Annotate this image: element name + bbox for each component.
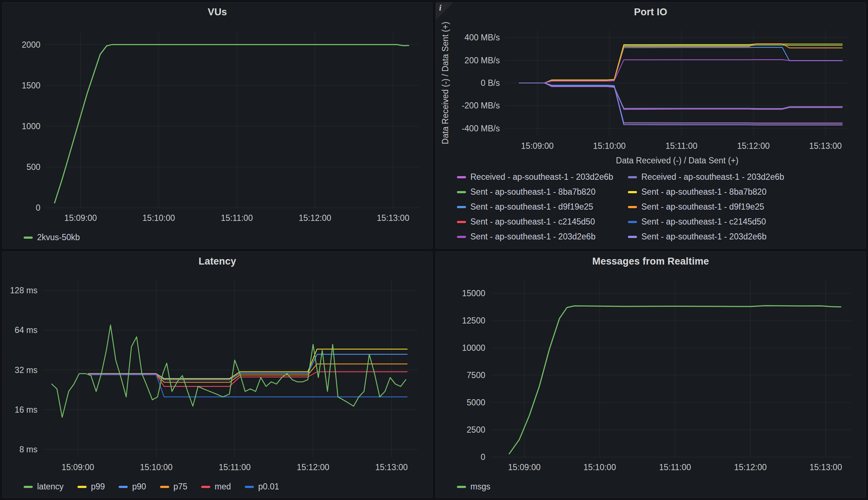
legend-item-sent-ap-southeast-1-d9f19e25[interactable]: Sent - ap-southeast-1 - d9f19e25	[628, 202, 865, 212]
legend-label: Sent - ap-southeast-1 - 8ba7b820	[470, 187, 596, 197]
x-tick-label: 15:09:00	[521, 141, 554, 151]
series-Sent - ap-southeast-1 - 8ba7b820	[519, 44, 843, 83]
y-tick-label: -200 MB/s	[462, 101, 500, 110]
panel-title-messages: Messages from Realtime	[592, 256, 709, 267]
x-tick-label: 15:11:00	[665, 141, 697, 151]
series-Sent - ap-southeast-1 - 8ba7b820	[519, 45, 843, 83]
legend-label: p99	[91, 482, 105, 492]
legend-swatch	[457, 221, 466, 223]
y-tick-label: 16 ms	[15, 405, 37, 414]
y-tick-label: 200 MB/s	[465, 56, 500, 65]
portio-plot[interactable]: 400 MB/s200 MB/s0 B/s-200 MB/s-400 MB/s1…	[436, 21, 865, 171]
legend-swatch	[628, 236, 637, 238]
legend-item-p99[interactable]: p99	[77, 482, 105, 492]
x-tick-label: 15:13:00	[809, 463, 842, 472]
legend-item-sent-ap-southeast-1-203d2e6b[interactable]: Sent - ap-southeast-1 - 203d2e6b	[457, 232, 628, 242]
x-tick-label: 15:10:00	[593, 141, 626, 151]
port-io-chart[interactable]: 400 MB/s200 MB/s0 B/s-200 MB/s-400 MB/s1…	[436, 21, 865, 171]
legend-item-sent-ap-southeast-1-8ba7b820[interactable]: Sent - ap-southeast-1 - 8ba7b820	[457, 187, 628, 197]
panel-vus: VUs 050010001500200015:09:0015:10:0015:1…	[2, 2, 433, 249]
y-tick-label: 15000	[462, 289, 485, 298]
panel-header-port-io[interactable]: Port IO	[436, 3, 865, 21]
legend-swatch	[628, 191, 637, 193]
latency-chart[interactable]: 8 ms16 ms32 ms64 ms128 ms15:09:0015:10:0…	[3, 271, 432, 480]
y-tick-label: 2000	[22, 40, 40, 49]
panel-header-latency[interactable]: Latency	[3, 252, 432, 271]
panel-info-corner[interactable]	[436, 3, 453, 20]
port-io-legend: Received - ap-southeast-1 - 203d2e6bRece…	[436, 171, 865, 248]
panel-header-vus[interactable]: VUs	[3, 3, 432, 21]
dashboard-grid: VUs 050010001500200015:09:0015:10:0015:1…	[0, 0, 868, 500]
y-tick-label: 10000	[462, 343, 485, 353]
series-Received - ap-southeast-1 - 203d2e6b	[519, 83, 843, 109]
messages-legend: msgs	[436, 480, 865, 497]
legend-label: msgs	[470, 482, 490, 492]
legend-label: Sent - ap-southeast-1 - 8ba7b820	[641, 187, 767, 197]
legend-item-sent-ap-southeast-1-203d2e6b[interactable]: Sent - ap-southeast-1 - 203d2e6b	[628, 232, 865, 242]
vus-plot[interactable]: 050010001500200015:09:0015:10:0015:11:00…	[3, 21, 432, 231]
y-tick-label: 0	[36, 203, 40, 213]
legend-item-med[interactable]: med	[201, 482, 231, 492]
legend-item-p90[interactable]: p90	[119, 482, 146, 492]
legend-label: Received - ap-southeast-1 - 203d2e6b	[641, 172, 784, 182]
legend-swatch	[628, 221, 637, 223]
y-tick-label: 400 MB/s	[465, 33, 500, 42]
legend-item-latency[interactable]: latency	[24, 482, 64, 492]
legend-swatch	[457, 191, 466, 193]
legend-swatch	[457, 486, 466, 488]
series-Sent - ap-southeast-1 - d9f19e25	[519, 47, 843, 83]
legend-item-sent-ap-southeast-1-d9f19e25[interactable]: Sent - ap-southeast-1 - d9f19e25	[457, 202, 628, 212]
legend-label: p90	[132, 482, 146, 492]
legend-swatch	[24, 486, 33, 488]
series-Sent - ap-southeast-1 - d9f19e25	[519, 44, 843, 83]
legend-swatch	[457, 206, 466, 208]
x-tick-label: 15:12:00	[299, 213, 331, 223]
x-tick-label: 15:10:00	[584, 463, 616, 472]
legend-swatch	[457, 176, 466, 178]
legend-item-received-ap-southeast-1-203d2e6b[interactable]: Received - ap-southeast-1 - 203d2e6b	[628, 172, 865, 182]
x-tick-label: 15:13:00	[375, 463, 408, 472]
latency-legend: latencyp99p90p75medp0.01	[3, 480, 432, 497]
panel-title-vus: VUs	[208, 7, 227, 18]
y-tick-label: 1500	[22, 81, 40, 90]
series-p90	[88, 354, 407, 380]
y-tick-label: 32 ms	[15, 365, 37, 375]
series-2kvus-50kb	[55, 45, 409, 203]
x-tick-label: 15:11:00	[219, 463, 251, 472]
legend-label: Sent - ap-southeast-1 - 203d2e6b	[470, 232, 596, 242]
y-tick-label: 1000	[22, 122, 40, 131]
x-tick-label: 15:11:00	[221, 213, 253, 223]
x-tick-label: 15:11:00	[659, 463, 691, 472]
legend-item-sent-ap-southeast-1-c2145d50[interactable]: Sent - ap-southeast-1 - c2145d50	[628, 217, 865, 227]
y-tick-label: 128 ms	[10, 286, 37, 295]
panel-port-io: i Port IO 400 MB/s200 MB/s0 B/s-200 MB/s…	[435, 2, 866, 249]
messages-chart[interactable]: 025005000750010000125001500015:09:0015:1…	[436, 271, 865, 480]
msgs-plot[interactable]: 025005000750010000125001500015:09:0015:1…	[436, 271, 865, 480]
series-Sent - ap-southeast-1 - 203d2e6b	[519, 60, 843, 83]
y-tick-label: 7500	[467, 370, 485, 380]
series-p0.01	[88, 375, 407, 397]
legend-label: p75	[174, 482, 187, 492]
legend-item-sent-ap-southeast-1-8ba7b820[interactable]: Sent - ap-southeast-1 - 8ba7b820	[628, 187, 865, 197]
y-tick-label: -400 MB/s	[462, 124, 500, 133]
series-latency	[52, 325, 406, 417]
panel-header-messages[interactable]: Messages from Realtime	[436, 252, 865, 271]
latency-plot[interactable]: 8 ms16 ms32 ms64 ms128 ms15:09:0015:10:0…	[3, 271, 432, 480]
vus-chart[interactable]: 050010001500200015:09:0015:10:0015:11:00…	[3, 21, 432, 231]
legend-item-p75[interactable]: p75	[160, 482, 187, 492]
legend-swatch	[628, 206, 637, 208]
legend-item-sent-ap-southeast-1-c2145d50[interactable]: Sent - ap-southeast-1 - c2145d50	[457, 217, 628, 227]
x-tick-label: 15:09:00	[64, 213, 97, 223]
vus-legend: 2kvus-50kb	[3, 231, 432, 248]
legend-swatch	[160, 486, 169, 488]
y-tick-label: 5000	[467, 398, 485, 407]
legend-label: med	[215, 482, 231, 492]
x-tick-label: 15:13:00	[377, 213, 410, 223]
y-tick-label: 2500	[467, 425, 485, 434]
legend-item-p0.01[interactable]: p0.01	[245, 482, 279, 492]
legend-item-received-ap-southeast-1-203d2e6b[interactable]: Received - ap-southeast-1 - 203d2e6b	[457, 172, 628, 182]
legend-label: Sent - ap-southeast-1 - c2145d50	[641, 217, 766, 227]
y-tick-label: 12500	[462, 316, 485, 325]
legend-item-2kvus-50kb[interactable]: 2kvus-50kb	[24, 233, 80, 242]
legend-item-msgs[interactable]: msgs	[457, 482, 490, 492]
